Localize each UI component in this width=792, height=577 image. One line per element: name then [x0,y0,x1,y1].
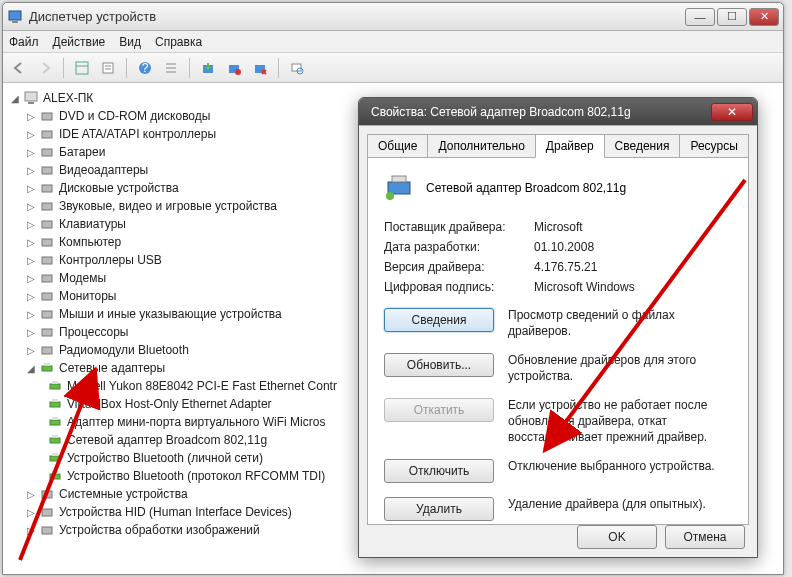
ok-button[interactable]: OK [577,525,657,549]
properties-button[interactable] [96,56,120,80]
svg-text:?: ? [142,61,149,75]
dialog-close-button[interactable]: ✕ [711,103,753,121]
menu-action[interactable]: Действие [53,35,106,49]
tab-details[interactable]: Сведения [604,134,681,157]
device-label: Сетевой адаптер Broadcom 802,11g [67,433,267,447]
expand-icon[interactable]: ▷ [27,507,39,518]
expand-icon[interactable]: ▷ [27,147,39,158]
expand-icon[interactable]: ▷ [27,525,39,536]
expand-icon[interactable]: ▷ [27,327,39,338]
svg-rect-36 [50,384,60,389]
tab-strip: Общие Дополнительно Драйвер Сведения Рес… [359,126,757,157]
list-button[interactable] [159,56,183,80]
svg-rect-27 [42,239,52,246]
computer-icon [23,90,39,106]
maximize-button[interactable]: ☐ [717,8,747,26]
update-button[interactable]: Обновить... [384,353,494,377]
delete-desc: Удаление драйвера (для опытных). [508,497,732,513]
show-tree-button[interactable] [70,56,94,80]
svg-rect-22 [42,149,52,156]
disable-device-button[interactable]: Отключить [384,459,494,483]
expand-icon[interactable]: ▷ [27,489,39,500]
tab-general[interactable]: Общие [367,134,428,157]
category-label: Звуковые, видео и игровые устройства [59,199,277,213]
expand-icon[interactable]: ▷ [27,273,39,284]
svg-rect-49 [42,509,52,516]
category-label: Процессоры [59,325,129,339]
menu-view[interactable]: Вид [119,35,141,49]
svg-rect-50 [42,527,52,534]
svg-rect-16 [292,64,301,71]
tab-driver[interactable]: Драйвер [535,134,605,158]
window-title: Диспетчер устройств [29,9,683,24]
svg-rect-43 [52,435,58,438]
expand-icon[interactable]: ▷ [27,219,39,230]
expand-icon[interactable]: ▷ [27,201,39,212]
update-desc: Обновление драйверов для этого устройств… [508,353,732,384]
root-label: ALEX-ПК [43,91,93,105]
svg-rect-34 [42,366,52,371]
collapse-icon[interactable]: ◢ [27,363,39,374]
category-label: Батареи [59,145,105,159]
help-button[interactable]: ? [133,56,157,80]
cancel-button[interactable]: Отмена [665,525,745,549]
expand-icon[interactable]: ▷ [27,291,39,302]
forward-button[interactable] [33,56,57,80]
svg-rect-18 [25,92,37,101]
scan-button[interactable] [285,56,309,80]
device-icon [39,342,55,358]
back-button[interactable] [7,56,31,80]
svg-rect-40 [50,420,60,425]
tab-advanced[interactable]: Дополнительно [427,134,535,157]
svg-rect-39 [52,399,58,402]
svg-rect-24 [42,185,52,192]
category-label: Контроллеры USB [59,253,162,267]
minimize-button[interactable]: — [685,8,715,26]
device-label: VirtualBox Host-Only Ethernet Adapter [67,397,272,411]
details-button[interactable]: Сведения [384,308,494,332]
expand-icon[interactable]: ▷ [27,129,39,140]
svg-rect-2 [76,62,88,74]
category-label: Устройства HID (Human Interface Devices) [59,505,292,519]
disable-desc: Отключение выбранного устройства. [508,459,732,475]
device-icon [39,270,55,286]
date-value: 01.10.2008 [534,240,594,254]
device-icon [39,324,55,340]
device-icon [39,198,55,214]
expand-icon[interactable]: ▷ [27,111,39,122]
menu-file[interactable]: Файл [9,35,39,49]
expand-icon[interactable]: ▷ [27,165,39,176]
category-label: Системные устройства [59,487,188,501]
category-label: IDE ATA/ATAPI контроллеры [59,127,216,141]
svg-rect-37 [52,381,58,384]
expand-icon[interactable]: ▷ [27,237,39,248]
network-adapter-icon [47,396,63,412]
version-label: Версия драйвера: [384,260,534,274]
device-icon [39,252,55,268]
expand-icon[interactable]: ▷ [27,345,39,356]
disable-button[interactable] [222,56,246,80]
svg-rect-20 [42,113,52,120]
network-icon [39,360,55,376]
close-button[interactable]: ✕ [749,8,779,26]
expand-icon[interactable]: ▷ [27,255,39,266]
signature-label: Цифровая подпись: [384,280,534,294]
rollback-desc: Если устройство не работает после обновл… [508,398,732,445]
category-label: Компьютер [59,235,121,249]
menu-help[interactable]: Справка [155,35,202,49]
update-driver-button[interactable] [196,56,220,80]
svg-rect-4 [103,63,113,73]
rollback-button: Откатить [384,398,494,422]
device-icon [39,108,55,124]
category-label: Видеоадаптеры [59,163,148,177]
svg-rect-38 [50,402,60,407]
expand-icon[interactable]: ▷ [27,183,39,194]
collapse-icon[interactable]: ◢ [11,93,23,104]
expand-icon[interactable]: ▷ [27,309,39,320]
svg-point-14 [235,69,241,75]
delete-button[interactable]: Удалить [384,497,494,521]
network-adapter-icon [47,468,63,484]
tab-resources[interactable]: Ресурсы [679,134,748,157]
svg-rect-51 [388,182,410,194]
uninstall-button[interactable] [248,56,272,80]
